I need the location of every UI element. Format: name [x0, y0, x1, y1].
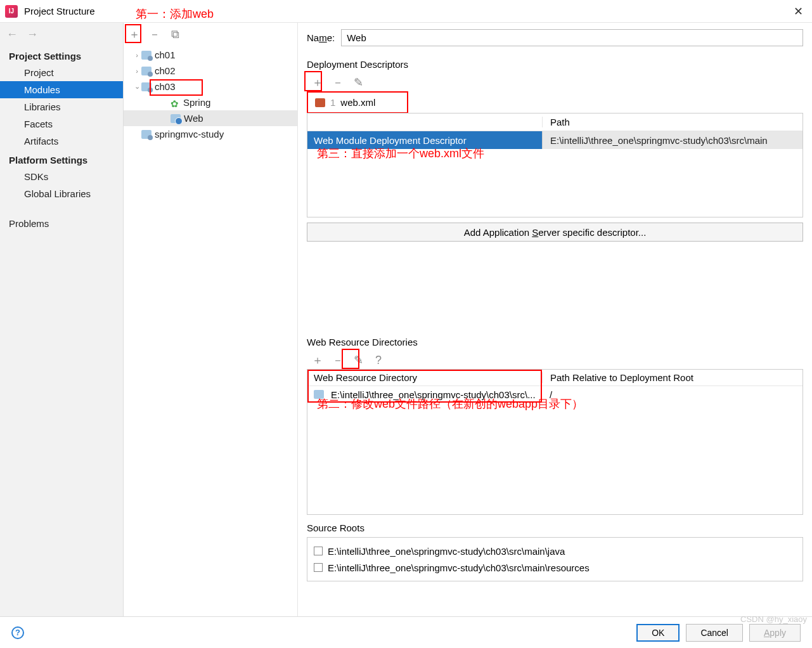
sidebar-head-platform: Platform Settings: [0, 150, 123, 168]
dd-tab-webxml[interactable]: 1 web.xml: [307, 91, 408, 113]
dd-tab-num: 1: [330, 97, 335, 108]
content-panel: Name: Deployment Descriptors ＋ － ✎ 1 web…: [298, 23, 812, 616]
src-row[interactable]: E:\intelliJ\three_one\springmvc-study\ch…: [314, 543, 796, 559]
add-server-descriptor-button[interactable]: Add Application Server specific descript…: [307, 223, 803, 242]
tree-label: Spring: [183, 97, 210, 108]
module-tree-panel: ＋ － ⧉ ›ch01›ch02⌄ch03✿SpringWebspringmvc…: [124, 23, 298, 616]
tree-node[interactable]: ›ch02: [124, 63, 297, 79]
checkbox-icon[interactable]: [314, 547, 323, 555]
sidebar-item-sdks[interactable]: SDKs: [0, 168, 123, 185]
dd-col-path: Path: [542, 117, 802, 127]
tree-node[interactable]: Web: [124, 110, 297, 126]
sidebar-item-global-libraries[interactable]: Global Libraries: [0, 185, 123, 202]
src-title: Source Roots: [307, 522, 803, 533]
dd-edit-button[interactable]: ✎: [351, 75, 365, 89]
dd-row[interactable]: Web Module Deployment Descriptor E:\inte…: [307, 131, 802, 149]
footer: ? OK Cancel Apply: [0, 616, 812, 648]
dd-row-path: E:\intelliJ\three_one\springmvc-study\ch…: [542, 131, 802, 149]
sidebar-item-problems[interactable]: Problems: [0, 215, 123, 232]
wrd-table: Web Resource Directory Path Relative to …: [307, 369, 803, 515]
folder-icon: [314, 390, 324, 399]
wrd-row-rel: /: [542, 389, 802, 400]
watermark: CSDN @hy_xiaoy: [740, 614, 807, 624]
tree-node[interactable]: ›ch01: [124, 47, 297, 63]
folder-icon: [141, 51, 151, 60]
dd-tab-label: web.xml: [340, 97, 375, 108]
close-icon[interactable]: ✕: [794, 4, 803, 18]
wrd-remove-button[interactable]: －: [331, 353, 345, 367]
folder-icon: [141, 82, 151, 91]
title-bar: IJ Project Structure ✕: [0, 0, 812, 23]
wrd-col2: Path Relative to Deployment Root: [542, 372, 802, 383]
name-label: Name:: [307, 32, 335, 43]
wrd-edit-button[interactable]: ✎: [351, 353, 365, 367]
sidebar-item-modules[interactable]: Modules: [0, 81, 123, 98]
copy-module-button[interactable]: ⧉: [168, 27, 182, 41]
sidebar-item-facets[interactable]: Facets: [0, 115, 123, 133]
src-row[interactable]: E:\intelliJ\three_one\springmvc-study\ch…: [314, 559, 796, 576]
dd-add-button[interactable]: ＋: [311, 75, 325, 89]
help-icon[interactable]: ?: [11, 626, 24, 639]
xml-file-icon: [315, 98, 325, 107]
wrd-help-button[interactable]: ?: [371, 353, 385, 367]
dd-remove-button[interactable]: －: [331, 75, 345, 89]
name-input[interactable]: [341, 29, 803, 46]
src-box: E:\intelliJ\three_one\springmvc-study\ch…: [307, 537, 803, 581]
tree-label: ch01: [155, 49, 176, 60]
wrd-col1: Web Resource Directory: [307, 372, 542, 383]
wrd-title: Web Resource Directories: [307, 337, 803, 347]
sidebar-head-project: Project Settings: [0, 46, 123, 64]
cancel-button[interactable]: Cancel: [686, 624, 743, 642]
apply-button[interactable]: Apply: [749, 624, 801, 642]
checkbox-icon[interactable]: [314, 563, 323, 572]
sidebar-item-libraries[interactable]: Libraries: [0, 98, 123, 115]
folder-icon: [141, 67, 151, 75]
tree-label: ch02: [155, 65, 176, 76]
intellij-logo-icon: IJ: [5, 5, 18, 18]
wrd-add-button[interactable]: ＋: [311, 353, 325, 367]
sidebar-item-artifacts[interactable]: Artifacts: [0, 133, 123, 150]
forward-icon[interactable]: →: [27, 28, 38, 41]
tree-label: ch03: [155, 81, 176, 92]
sidebar-item-project[interactable]: Project: [0, 64, 123, 81]
dd-title: Deployment Descriptors: [307, 59, 803, 70]
web-facet-icon: [171, 114, 181, 123]
ok-button[interactable]: OK: [636, 624, 680, 642]
dd-row-type: Web Module Deployment Descriptor: [307, 135, 542, 146]
remove-module-button[interactable]: －: [148, 27, 162, 41]
add-module-button[interactable]: ＋: [127, 27, 141, 41]
wrd-row-dir: E:\intelliJ\three_one\springmvc-study\ch…: [331, 389, 536, 400]
back-icon[interactable]: ←: [6, 28, 18, 41]
tree-node[interactable]: springmvc-study: [124, 126, 297, 142]
folder-icon: [141, 130, 151, 139]
wrd-row[interactable]: E:\intelliJ\three_one\springmvc-study\ch…: [307, 386, 802, 403]
window-title: Project Structure: [24, 6, 95, 16]
sidebar: ← → Project Settings Project Modules Lib…: [0, 23, 124, 616]
dd-table: Type Path Web Module Deployment Descript…: [307, 113, 803, 217]
tree-label: Web: [184, 113, 203, 124]
spring-icon: ✿: [171, 98, 179, 107]
tree-node[interactable]: ⌄ch03: [124, 79, 297, 94]
tree-node[interactable]: ✿Spring: [124, 94, 297, 110]
tree-label: springmvc-study: [155, 129, 224, 139]
